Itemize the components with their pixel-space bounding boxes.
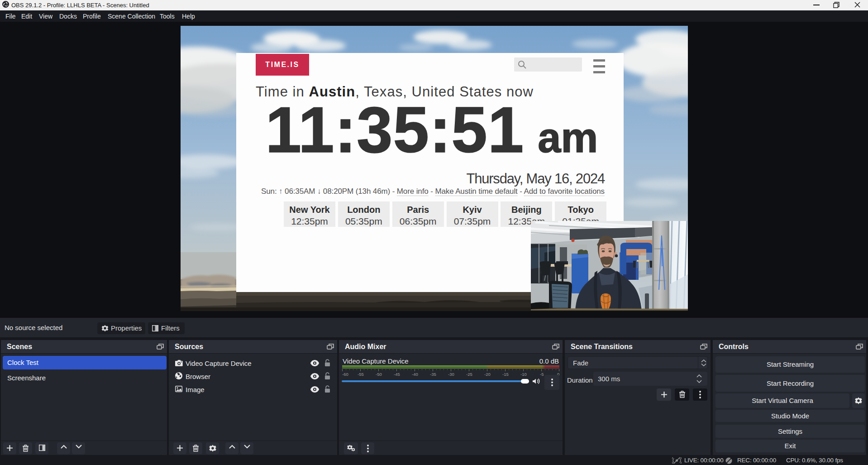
svg-text:-20: -20 <box>484 372 491 376</box>
svg-text:-55: -55 <box>358 372 364 376</box>
svg-text:-50: -50 <box>376 372 382 376</box>
svg-text:-30: -30 <box>448 372 454 376</box>
svg-text:-15: -15 <box>502 372 509 376</box>
svg-text:-35: -35 <box>430 372 436 376</box>
svg-text:-25: -25 <box>466 372 472 376</box>
svg-text:-5: -5 <box>540 372 544 376</box>
svg-text:-10: -10 <box>520 372 527 376</box>
svg-text:-60: -60 <box>342 372 348 376</box>
svg-text:-40: -40 <box>412 372 418 376</box>
svg-text:-45: -45 <box>394 372 400 376</box>
